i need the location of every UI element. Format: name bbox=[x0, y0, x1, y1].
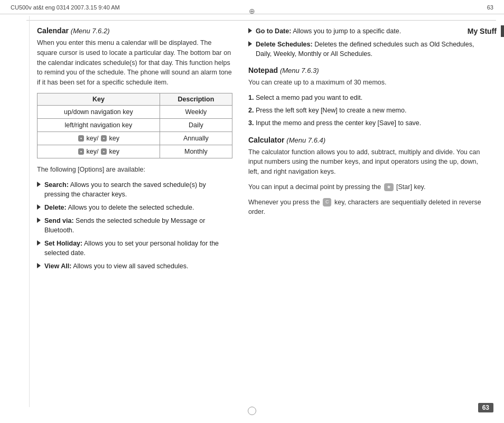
bullet-arrow-icon bbox=[248, 41, 252, 46]
step-text-3: Input the memo and press the center key … bbox=[256, 119, 421, 127]
bullet-deleteschedules-label: Delete Schedules: bbox=[256, 41, 313, 48]
step-text-1: Select a memo pad you want to edit. bbox=[256, 94, 362, 101]
bullet-setholiday-text: Set Holiday: Allows you to set your pers… bbox=[44, 239, 232, 258]
calendar-menu-ref: (Menu 7.6.2) bbox=[71, 27, 110, 35]
bullet-sendvia-label: Send via: bbox=[44, 217, 74, 224]
bullet-deleteschedules: Delete Schedules: Deletes the defined sc… bbox=[248, 40, 488, 59]
options-intro: The following [Options] are available: bbox=[37, 165, 232, 175]
main-content: Calendar (Menu 7.6.2) When you enter thi… bbox=[37, 26, 488, 397]
crosshair-icon: ⊕ bbox=[249, 7, 255, 15]
bullet-arrow-icon bbox=[37, 204, 41, 210]
bullet-deleteschedules-text: Delete Schedules: Deletes the defined sc… bbox=[256, 40, 488, 59]
step-text-2: Press the left soft key [New] to create … bbox=[256, 107, 407, 114]
step-num-2: 2. bbox=[248, 107, 254, 114]
key-icon-4: ▪ bbox=[101, 148, 107, 155]
header-divider bbox=[26, 20, 496, 21]
section-title-accent bbox=[501, 25, 504, 37]
bullet-delete-label: Delete: bbox=[44, 204, 67, 211]
table-cell-key-1: up/down navigation key bbox=[38, 105, 160, 118]
bullet-gotodate: Go to Date: Allows you to jump to a spec… bbox=[248, 26, 488, 36]
bullet-viewall-label: View All: bbox=[44, 262, 71, 270]
table-cell-key-3: ▪ key/ ▪ key bbox=[38, 131, 160, 145]
notepad-step-1: 1. Select a memo pad you want to edit. bbox=[248, 93, 488, 102]
header-bar: CU500v at&t eng 0314 2007.3.15 9:40 AM ⊕… bbox=[0, 4, 504, 14]
bullet-delete: Delete: Allows you to delete the selecte… bbox=[37, 203, 232, 212]
bullet-viewall-text: View All: Allows you to view all saved s… bbox=[44, 261, 232, 271]
table-cell-desc-2: Daily bbox=[160, 118, 232, 131]
left-margin-line bbox=[29, 16, 30, 407]
table-row: up/down navigation key Weekly bbox=[38, 105, 232, 118]
clear-key-icon: C bbox=[323, 198, 332, 206]
table-cell-desc-4: Monthly bbox=[160, 145, 232, 158]
calculator-heading: Calculator (Menu 7.6.4) bbox=[248, 136, 488, 144]
key-icon-2: ▪ bbox=[101, 135, 107, 142]
calendar-body-text: When you enter this menu a calendar will… bbox=[37, 38, 232, 88]
table-cell-desc-1: Weekly bbox=[160, 105, 232, 118]
bullet-section: Search: Allows you to search the saved s… bbox=[37, 180, 232, 271]
bullet-sendvia-text: Send via: Sends the selected schedule by… bbox=[44, 216, 232, 235]
calculator-body-1: The calculator function allows you to ad… bbox=[248, 147, 488, 177]
bullet-gotodate-desc: Allows you to jump to a specific date. bbox=[293, 27, 401, 35]
notepad-title: Notepad bbox=[248, 66, 278, 74]
bullet-arrow-icon bbox=[37, 263, 41, 268]
key-icon-1: ▪ bbox=[78, 135, 84, 142]
table-cell-desc-3: Annually bbox=[160, 131, 232, 145]
table-row: ▪ key/ ▪ key Monthly bbox=[38, 145, 232, 158]
table-row: ▪ key/ ▪ key Annually bbox=[38, 131, 232, 145]
header-left-text: CU500v at&t eng 0314 2007.3.15 9:40 AM bbox=[11, 4, 120, 11]
notepad-intro-text: You can create up to a maximum of 30 mem… bbox=[248, 78, 488, 88]
print-crosshair: ⊕ bbox=[249, 7, 255, 15]
bullet-delete-text: Delete: Allows you to delete the selecte… bbox=[44, 203, 232, 212]
step-num-1: 1. bbox=[248, 94, 254, 101]
table-row: left/right navigation key Daily bbox=[38, 118, 232, 131]
table-col2-header: Description bbox=[160, 93, 232, 105]
notepad-heading: Notepad (Menu 7.6.3) bbox=[248, 66, 488, 74]
calculator-title: Calculator bbox=[248, 136, 284, 144]
bullet-search-label: Search: bbox=[44, 181, 69, 189]
notepad-step-3: 3. Input the memo and press the center k… bbox=[248, 118, 488, 128]
bullet-setholiday: Set Holiday: Allows you to set your pers… bbox=[37, 239, 232, 258]
bullet-gotodate-label: Go to Date: bbox=[256, 27, 291, 35]
calculator-menu-ref: (Menu 7.6.4) bbox=[286, 136, 325, 144]
calculator-body-3: Whenever you press the C key, characters… bbox=[248, 198, 488, 218]
left-column: Calendar (Menu 7.6.2) When you enter thi… bbox=[37, 26, 232, 397]
header-right-text: 63 bbox=[487, 4, 493, 11]
step-num-3: 3. bbox=[248, 119, 254, 127]
bullet-arrow-icon bbox=[37, 182, 41, 187]
bullet-arrow-icon bbox=[37, 218, 41, 223]
bullet-viewall: View All: Allows you to view all saved s… bbox=[37, 261, 232, 271]
right-column: Go to Date: Allows you to jump to a spec… bbox=[248, 26, 488, 397]
bullet-search: Search: Allows you to search the saved s… bbox=[37, 180, 232, 199]
page-number-box: 63 bbox=[478, 403, 493, 412]
table-cell-key-2: left/right navigation key bbox=[38, 118, 160, 131]
bullet-arrow-icon bbox=[248, 28, 252, 33]
notepad-step-2: 2. Press the left soft key [New] to crea… bbox=[248, 106, 488, 115]
page-number: 63 bbox=[482, 404, 489, 411]
navigation-table: Key Description up/down navigation key W… bbox=[37, 93, 232, 158]
bullet-arrow-icon bbox=[37, 240, 41, 246]
bullet-search-text: Search: Allows you to search the saved s… bbox=[44, 180, 232, 199]
notepad-menu-ref: (Menu 7.6.3) bbox=[280, 67, 319, 74]
bottom-print-mark bbox=[248, 407, 256, 415]
star-key-icon: ★ bbox=[384, 183, 394, 192]
bullet-gotodate-text: Go to Date: Allows you to jump to a spec… bbox=[256, 26, 488, 36]
calculator-body-2: You can input a decimal point by pressin… bbox=[248, 182, 488, 192]
table-col1-header: Key bbox=[38, 93, 160, 105]
bullet-sendvia: Send via: Sends the selected schedule by… bbox=[37, 216, 232, 235]
bullet-setholiday-label: Set Holiday: bbox=[44, 240, 82, 247]
calendar-heading: Calendar (Menu 7.6.2) bbox=[37, 26, 232, 35]
table-cell-key-4: ▪ key/ ▪ key bbox=[38, 145, 160, 158]
calendar-title: Calendar bbox=[37, 26, 69, 35]
key-icon-3: ▪ bbox=[78, 148, 84, 155]
